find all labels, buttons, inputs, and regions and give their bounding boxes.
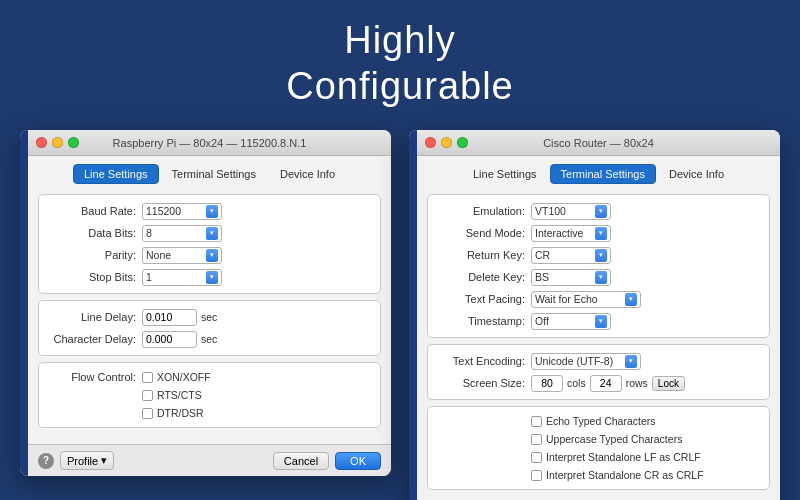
line-delay-row: Line Delay: sec bbox=[47, 307, 372, 327]
send-mode-select[interactable]: Interactive ▾ bbox=[531, 225, 611, 242]
left-window-content: Line Settings Terminal Settings Device I… bbox=[28, 156, 391, 444]
uppercase-checkbox[interactable] bbox=[531, 434, 542, 445]
send-mode-arrow: ▾ bbox=[595, 227, 607, 240]
send-mode-row: Send Mode: Interactive ▾ bbox=[436, 223, 761, 243]
left-titlebar: Raspberry Pi — 80x24 — 115200.8.N.1 bbox=[28, 130, 391, 156]
dtr-dsr-checkbox[interactable] bbox=[142, 408, 153, 419]
cols-label: cols bbox=[567, 377, 586, 389]
help-button-left[interactable]: ? bbox=[38, 453, 54, 469]
timestamp-control: Off ▾ bbox=[531, 313, 761, 330]
terminal-settings-section: Emulation: VT100 ▾ Send Mode: bbox=[427, 194, 770, 338]
right-tabs: Line Settings Terminal Settings Device I… bbox=[427, 164, 770, 184]
stop-bits-select[interactable]: 1 ▾ bbox=[142, 269, 222, 286]
baud-rate-label: Baud Rate: bbox=[47, 205, 142, 217]
timestamp-row: Timestamp: Off ▾ bbox=[436, 311, 761, 331]
ok-button-left[interactable]: OK bbox=[335, 452, 381, 470]
rows-input[interactable] bbox=[590, 375, 622, 392]
send-mode-label: Send Mode: bbox=[436, 227, 531, 239]
tab-terminal-settings-left[interactable]: Terminal Settings bbox=[161, 164, 267, 184]
flow-control-row: Flow Control: XON/XOFF bbox=[47, 368, 372, 386]
hero-line1: Highly bbox=[0, 18, 800, 64]
text-encoding-arrow: ▾ bbox=[625, 355, 637, 368]
baud-rate-control: 115200 ▾ bbox=[142, 203, 372, 220]
tab-device-info-right[interactable]: Device Info bbox=[658, 164, 735, 184]
return-key-arrow: ▾ bbox=[595, 249, 607, 262]
data-bits-arrow: ▾ bbox=[206, 227, 218, 240]
right-window-controls bbox=[425, 137, 468, 148]
tab-device-info-left[interactable]: Device Info bbox=[269, 164, 346, 184]
line-delay-unit: sec bbox=[201, 311, 217, 323]
text-pacing-row: Text Pacing: Wait for Echo ▾ bbox=[436, 289, 761, 309]
char-delay-input[interactable] bbox=[142, 331, 197, 348]
flow-control-label: Flow Control: bbox=[47, 371, 142, 383]
delete-key-row: Delete Key: BS ▾ bbox=[436, 267, 761, 287]
baud-rate-row: Baud Rate: 115200 ▾ bbox=[47, 201, 372, 221]
uppercase-row: Uppercase Typed Characters bbox=[436, 430, 761, 448]
right-close-button[interactable] bbox=[425, 137, 436, 148]
text-encoding-select[interactable]: Unicode (UTF-8) ▾ bbox=[531, 353, 641, 370]
screen-size-row: Screen Size: cols rows Lock bbox=[436, 373, 761, 393]
line-delay-input[interactable] bbox=[142, 309, 197, 326]
screen-size-label: Screen Size: bbox=[436, 377, 531, 389]
echo-checkbox[interactable] bbox=[531, 416, 542, 427]
encoding-section: Text Encoding: Unicode (UTF-8) ▾ Screen … bbox=[427, 344, 770, 400]
char-delay-label: Character Delay: bbox=[47, 333, 142, 345]
text-pacing-select[interactable]: Wait for Echo ▾ bbox=[531, 291, 641, 308]
cancel-button-left[interactable]: Cancel bbox=[273, 452, 329, 470]
lf-crlf-label: Interpret Standalone LF as CRLF bbox=[546, 451, 701, 463]
line-delay-label: Line Delay: bbox=[47, 311, 142, 323]
rts-cts-checkbox[interactable] bbox=[142, 390, 153, 401]
rts-cts-row: RTS/CTS bbox=[47, 386, 372, 404]
xon-xoff-checkbox[interactable] bbox=[142, 372, 153, 383]
left-window: Raspberry Pi — 80x24 — 115200.8.N.1 Line… bbox=[20, 130, 391, 476]
left-tabs: Line Settings Terminal Settings Device I… bbox=[38, 164, 381, 184]
rows-label: rows bbox=[626, 377, 648, 389]
lock-button[interactable]: Lock bbox=[652, 376, 685, 391]
right-minimize-button[interactable] bbox=[441, 137, 452, 148]
delete-key-label: Delete Key: bbox=[436, 271, 531, 283]
dtr-dsr-row: DTR/DSR bbox=[47, 404, 372, 422]
tab-line-settings-left[interactable]: Line Settings bbox=[73, 164, 159, 184]
right-window: Cisco Router — 80x24 Line Settings Termi… bbox=[409, 130, 780, 500]
timestamp-select[interactable]: Off ▾ bbox=[531, 313, 611, 330]
right-window-main: Cisco Router — 80x24 Line Settings Termi… bbox=[417, 130, 780, 500]
maximize-button[interactable] bbox=[68, 137, 79, 148]
tab-line-settings-right[interactable]: Line Settings bbox=[462, 164, 548, 184]
return-key-row: Return Key: CR ▾ bbox=[436, 245, 761, 265]
cr-crlf-label: Interpret Standalone CR as CRLF bbox=[546, 469, 704, 481]
return-key-control: CR ▾ bbox=[531, 247, 761, 264]
minimize-button[interactable] bbox=[52, 137, 63, 148]
cols-input[interactable] bbox=[531, 375, 563, 392]
profile-button-left[interactable]: Profile ▾ bbox=[60, 451, 114, 470]
parity-control: None ▾ bbox=[142, 247, 372, 264]
emulation-select[interactable]: VT100 ▾ bbox=[531, 203, 611, 220]
uppercase-label: Uppercase Typed Characters bbox=[546, 433, 682, 445]
lf-crlf-checkbox[interactable] bbox=[531, 452, 542, 463]
cr-crlf-checkbox[interactable] bbox=[531, 470, 542, 481]
close-button[interactable] bbox=[36, 137, 47, 148]
right-accent-bar bbox=[409, 130, 417, 500]
timestamp-label: Timestamp: bbox=[436, 315, 531, 327]
left-window-main: Raspberry Pi — 80x24 — 115200.8.N.1 Line… bbox=[28, 130, 391, 476]
data-bits-select[interactable]: 8 ▾ bbox=[142, 225, 222, 242]
delete-key-select[interactable]: BS ▾ bbox=[531, 269, 611, 286]
baud-rate-arrow: ▾ bbox=[206, 205, 218, 218]
left-accent-bar bbox=[20, 130, 28, 476]
windows-container: Raspberry Pi — 80x24 — 115200.8.N.1 Line… bbox=[20, 130, 780, 500]
right-maximize-button[interactable] bbox=[457, 137, 468, 148]
data-bits-row: Data Bits: 8 ▾ bbox=[47, 223, 372, 243]
baud-rate-select[interactable]: 115200 ▾ bbox=[142, 203, 222, 220]
emulation-arrow: ▾ bbox=[595, 205, 607, 218]
left-window-title: Raspberry Pi — 80x24 — 115200.8.N.1 bbox=[113, 137, 307, 149]
xon-xoff-row: XON/XOFF bbox=[142, 368, 211, 386]
return-key-select[interactable]: CR ▾ bbox=[531, 247, 611, 264]
xon-xoff-label: XON/XOFF bbox=[157, 371, 211, 383]
rts-cts-label: RTS/CTS bbox=[157, 389, 202, 401]
tab-terminal-settings-right[interactable]: Terminal Settings bbox=[550, 164, 656, 184]
char-delay-unit: sec bbox=[201, 333, 217, 345]
parity-select[interactable]: None ▾ bbox=[142, 247, 222, 264]
checkboxes-section: Echo Typed Characters Uppercase Typed Ch… bbox=[427, 406, 770, 490]
right-window-title: Cisco Router — 80x24 bbox=[543, 137, 654, 149]
line-delay-control: sec bbox=[142, 309, 372, 326]
emulation-row: Emulation: VT100 ▾ bbox=[436, 201, 761, 221]
